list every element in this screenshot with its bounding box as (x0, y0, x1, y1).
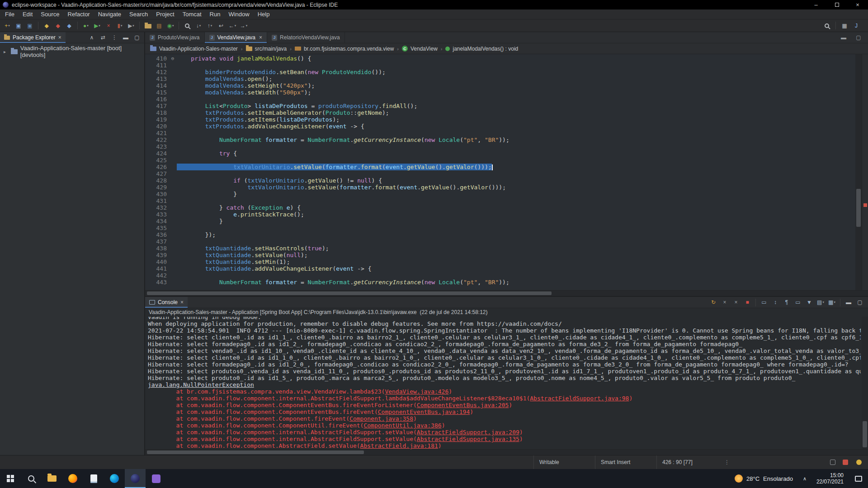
file-explorer-icon[interactable] (42, 469, 62, 488)
next-annotation-icon[interactable]: ↓▾ (193, 20, 204, 31)
tomcat-restart-icon[interactable]: ◆ (64, 20, 75, 31)
statusbar-menu-icon[interactable]: ⋮ (724, 455, 730, 469)
link-with-editor-icon[interactable]: ⇄ (98, 33, 108, 43)
code-line[interactable]: 422 NumberFormat formatter = NumberForma… (145, 136, 855, 143)
terminate-icon[interactable]: × (103, 20, 114, 31)
minimize-view-icon[interactable]: ▬ (120, 33, 131, 43)
notepad-icon[interactable] (83, 469, 104, 488)
last-edit-location-icon[interactable]: ↩ (216, 20, 226, 31)
remove-all-launches-icon[interactable]: × (731, 297, 741, 308)
error-log-icon[interactable] (843, 460, 848, 465)
maximize-window-button[interactable] (826, 0, 847, 9)
display-selected-console-icon[interactable]: ▤▾ (815, 297, 826, 308)
expand-arrow-icon[interactable]: ▸ (4, 49, 8, 54)
search-button[interactable] (21, 469, 42, 488)
menu-help[interactable]: Help (254, 9, 274, 19)
console-link[interactable]: ComponentEventBus.java:205 (417, 402, 509, 408)
code-line[interactable]: 429 txtValorUnitario.setValue(formatter.… (145, 184, 855, 191)
tab-RelatorioVendaView.java[interactable]: JRelatorioVendaView.java (267, 32, 345, 43)
code-line[interactable]: 416 (145, 96, 855, 103)
console-link[interactable]: ComponentEventBus.java:194 (378, 408, 470, 415)
tab-console[interactable]: Console × (145, 297, 188, 308)
code-lines[interactable]: 410⊖ private void janelaModalVendas() {4… (145, 54, 855, 290)
editor-vertical-scrollbar[interactable] (855, 54, 862, 290)
tab-VendaView.java[interactable]: JVendaView.java× (205, 32, 268, 43)
code-line[interactable]: 414 modalVendas.setHeight("420px"); (145, 82, 855, 89)
coverage-icon[interactable]: ▮▾ (114, 20, 125, 31)
code-line[interactable]: 428 if (txtValorUnitario.getValue() != n… (145, 177, 855, 184)
console-link[interactable]: AbstractFieldSupport.java:209 (417, 429, 519, 436)
save-icon[interactable]: ▣ (13, 20, 24, 31)
relaunch-icon[interactable]: ↻ (708, 297, 719, 308)
open-search-icon[interactable] (182, 20, 193, 31)
menu-search[interactable]: Search (125, 9, 152, 19)
insert-mode-status[interactable]: Smart Insert (595, 455, 656, 469)
tab-package-explorer[interactable]: Package Explorer × (0, 32, 66, 43)
close-view-icon[interactable]: × (58, 34, 61, 41)
notification-center-button[interactable] (849, 476, 868, 482)
maximize-view-icon[interactable]: ▢ (132, 33, 142, 43)
new-wizard-icon[interactable]: +▾ (2, 20, 13, 31)
start-button[interactable] (0, 469, 21, 488)
edge-icon[interactable] (104, 469, 125, 488)
minimize-editor-icon[interactable]: ▬ (838, 33, 849, 43)
close-window-button[interactable]: × (847, 0, 868, 9)
console-horizontal-scrollbar[interactable] (145, 449, 868, 455)
tomcat-start-icon[interactable]: ◆ (41, 20, 52, 31)
breadcrumb-item[interactable]: br.com.fjsistemas.compra.venda.view (294, 46, 395, 52)
new-package-icon[interactable]: ▤ (154, 20, 165, 31)
menu-window[interactable]: Window (224, 9, 253, 19)
code-line[interactable]: 430 } (145, 191, 855, 197)
firefox-icon[interactable] (62, 469, 83, 488)
console-link[interactable]: AbstractFieldSupport.java:98 (530, 395, 629, 402)
maximize-editor-icon[interactable]: ▢ (853, 33, 864, 43)
eclipse-icon[interactable] (125, 469, 146, 488)
remove-launch-icon[interactable]: × (719, 297, 730, 308)
scroll-lock-icon[interactable]: ↕ (770, 297, 781, 308)
code-line[interactable]: 437 (145, 238, 855, 245)
code-line[interactable]: 440 txtQuantidade.setMin(1); (145, 258, 855, 265)
word-wrap-icon[interactable]: ¶ (781, 297, 792, 308)
code-line[interactable]: 412 binderProdutoVendido.setBean(new Pro… (145, 69, 855, 75)
editor-horizontal-scrollbar[interactable] (145, 290, 868, 296)
code-line[interactable]: 441 txtQuantidade.addValueChangeListener… (145, 265, 855, 272)
menu-file[interactable]: File (1, 9, 19, 19)
menu-tomcat[interactable]: Tomcat (179, 9, 206, 19)
code-line[interactable]: 426 txtValorUnitario.setValue(formatter.… (145, 164, 855, 170)
open-perspective-icon[interactable]: ▦ (839, 20, 850, 31)
code-line[interactable]: 433 e.printStackTrace(); (145, 211, 855, 218)
pin-console-icon[interactable]: ▼ (804, 297, 815, 308)
hidden-icons-chevron[interactable]: ∧ (798, 476, 811, 482)
console-link[interactable]: ComponentUtil.java:386 (363, 422, 441, 429)
code-line[interactable]: 432 } catch (Exception e) { (145, 204, 855, 211)
code-line[interactable]: 442 (145, 272, 855, 279)
menu-project[interactable]: Project (152, 9, 178, 19)
vscode-icon[interactable] (146, 469, 166, 488)
code-line[interactable]: 439 txtQuantidade.setValue(null); (145, 252, 855, 258)
search-icon[interactable] (821, 20, 832, 31)
menu-run[interactable]: Run (206, 9, 225, 19)
debug-icon[interactable]: ●▾ (80, 20, 91, 31)
console-body[interactable]: Vaadin is running in debug mode.When dep… (145, 317, 868, 449)
breadcrumb-item[interactable]: src/main/java (245, 46, 288, 52)
code-line[interactable]: 423 (145, 143, 855, 150)
close-console-icon[interactable]: × (180, 299, 184, 305)
run-icon[interactable]: ▶▾ (92, 20, 103, 31)
code-line[interactable]: 421 (145, 130, 855, 136)
code-line[interactable]: 418 txtProdutos.setItemLabelGenerator(Pr… (145, 109, 855, 116)
tree-item-project[interactable]: ▸ Vaadin-Application-Sales-master [boot]… (4, 47, 144, 56)
breadcrumb-item[interactable]: janelaModalVendas() : void (444, 46, 519, 52)
java-perspective-icon[interactable]: J (851, 20, 862, 31)
menu-refactor[interactable]: Refactor (64, 9, 94, 19)
forward-icon[interactable]: →▾ (238, 20, 249, 31)
external-tools-icon[interactable]: ▶▾ (126, 20, 137, 31)
weather-widget[interactable]: 28°C Ensolarado (729, 474, 798, 483)
code-line[interactable]: 438 txtQuantidade.setHasControls(true); (145, 245, 855, 252)
menu-edit[interactable]: Edit (19, 9, 37, 19)
progress-icon[interactable] (830, 460, 835, 465)
console-vertical-scrollbar[interactable] (862, 317, 868, 449)
back-icon[interactable]: ←▾ (227, 20, 238, 31)
maximize-console-icon[interactable]: ▢ (854, 297, 865, 308)
code-line[interactable]: 431 (145, 197, 855, 204)
code-line[interactable]: 417 List<Produto> listaDeProdutos = prod… (145, 103, 855, 109)
